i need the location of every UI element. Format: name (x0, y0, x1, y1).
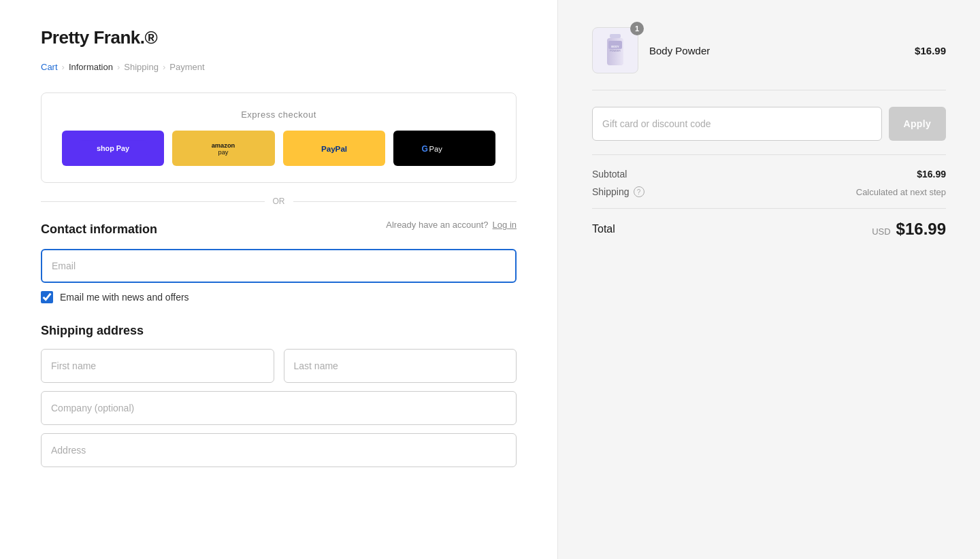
subtotal-label: Subtotal (592, 169, 627, 180)
shipping-help-icon[interactable]: ? (634, 186, 644, 197)
shipping-label: Shipping ? (592, 186, 644, 197)
total-currency: USD (872, 226, 890, 237)
svg-text:Pay: Pay (429, 145, 442, 153)
product-price: $16.99 (915, 45, 946, 56)
order-item: BODY POWDER 1 Body Powder $16.99 (592, 27, 946, 90)
shipping-section-title: Shipping address (41, 324, 517, 338)
total-label: Total (592, 223, 615, 235)
company-wrap (41, 391, 517, 425)
breadcrumb-shipping: Shipping (124, 62, 159, 72)
subtotal-value: $16.99 (917, 169, 946, 180)
total-right: USD $16.99 (872, 220, 946, 239)
total-row: Total USD $16.99 (592, 220, 946, 239)
svg-rect-7 (610, 34, 621, 38)
apply-button[interactable]: Apply (889, 107, 946, 141)
shipping-row: Shipping ? Calculated at next step (592, 186, 946, 197)
svg-text:POWDER: POWDER (610, 50, 621, 52)
product-image-wrap: BODY POWDER 1 (592, 27, 638, 73)
newsletter-checkbox-row: Email me with news and offers (41, 291, 517, 303)
express-checkout-buttons: shop Pay amazon pay PayPal (62, 131, 495, 166)
name-row (41, 349, 517, 383)
total-amount: $16.99 (896, 220, 946, 239)
or-divider: OR (41, 197, 517, 206)
amazon-pay-icon: amazon pay (186, 139, 261, 158)
product-name: Body Powder (649, 45, 904, 56)
svg-text:G: G (421, 144, 427, 154)
already-have-account-text: Already have an account? (386, 220, 488, 230)
discount-row: Apply (592, 107, 946, 155)
shop-pay-button[interactable]: shop Pay (62, 131, 164, 166)
brand-logo: Pretty Frank.® (41, 27, 517, 48)
shipping-section: Shipping address (41, 324, 517, 467)
breadcrumb: Cart › Information › Shipping › Payment (41, 62, 517, 72)
product-quantity-badge: 1 (630, 22, 644, 35)
newsletter-checkbox[interactable] (41, 291, 53, 303)
contact-section-header: Contact information Already have an acco… (41, 220, 517, 239)
svg-text:PayPal: PayPal (321, 144, 347, 153)
paypal-button[interactable]: PayPal (283, 131, 385, 166)
newsletter-label[interactable]: Email me with news and offers (60, 292, 189, 303)
subtotal-row: Subtotal $16.99 (592, 169, 946, 180)
express-checkout-box: Express checkout shop Pay amazon pay (41, 92, 517, 183)
svg-text:pay: pay (218, 149, 229, 156)
paypal-icon: PayPal (300, 139, 368, 158)
order-summary-panel: BODY POWDER 1 Body Powder $16.99 (558, 0, 980, 559)
contact-section-title: Contact information (41, 222, 157, 237)
express-checkout-title: Express checkout (62, 109, 495, 120)
google-pay-icon: G Pay (417, 139, 472, 158)
discount-code-input[interactable] (592, 107, 882, 141)
amazon-pay-button[interactable]: amazon pay (172, 131, 274, 166)
log-in-link[interactable]: Log in (493, 220, 517, 230)
breadcrumb-information: Information (69, 62, 113, 72)
last-name-input[interactable] (284, 349, 517, 383)
shipping-value: Calculated at next step (856, 187, 946, 197)
address-input[interactable] (41, 433, 517, 467)
breadcrumb-sep-1: › (62, 62, 65, 72)
svg-text:amazon: amazon (212, 142, 235, 149)
address-wrap (41, 433, 517, 467)
breadcrumb-cart[interactable]: Cart (41, 62, 58, 72)
svg-text:shop Pay: shop Pay (97, 144, 129, 152)
google-pay-button[interactable]: G Pay (393, 131, 495, 166)
total-divider (592, 208, 946, 209)
product-image: BODY POWDER (592, 27, 638, 73)
breadcrumb-payment: Payment (169, 62, 204, 72)
shop-pay-icon: shop Pay (79, 139, 147, 158)
svg-text:BODY: BODY (611, 45, 619, 48)
email-input[interactable] (41, 249, 517, 283)
first-name-input[interactable] (41, 349, 274, 383)
breadcrumb-sep-3: › (163, 62, 165, 72)
company-input[interactable] (41, 391, 517, 425)
breadcrumb-sep-2: › (117, 62, 120, 72)
product-bottle-svg: BODY POWDER (602, 31, 629, 69)
